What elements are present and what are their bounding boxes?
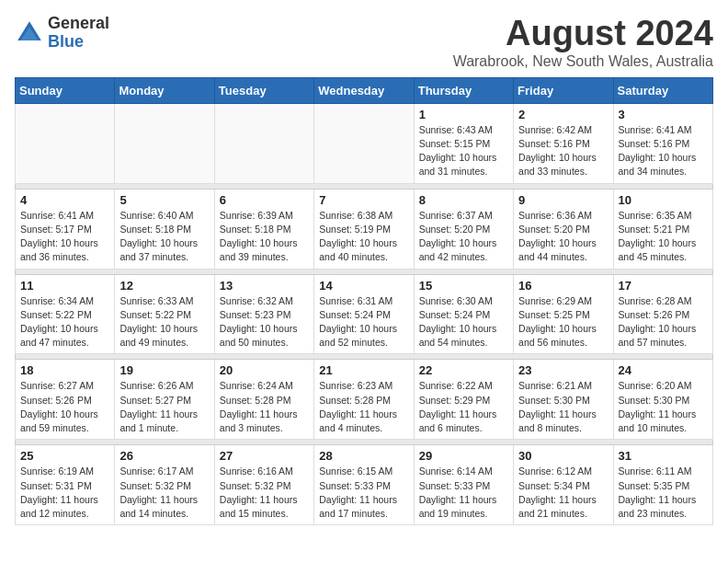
day-number: 30 xyxy=(518,449,608,463)
day-number: 7 xyxy=(319,193,408,207)
calendar-day-cell: 19Sunrise: 6:26 AM Sunset: 5:27 PM Dayli… xyxy=(115,360,214,440)
day-info: Sunrise: 6:42 AM Sunset: 5:16 PM Dayligh… xyxy=(518,123,608,179)
calendar-table: SundayMondayTuesdayWednesdayThursdayFrid… xyxy=(15,77,713,525)
calendar-week-row: 18Sunrise: 6:27 AM Sunset: 5:26 PM Dayli… xyxy=(16,360,713,440)
day-number: 2 xyxy=(518,108,608,121)
day-info: Sunrise: 6:33 AM Sunset: 5:22 PM Dayligh… xyxy=(119,294,209,350)
logo: General Blue xyxy=(15,15,109,52)
day-number: 19 xyxy=(119,363,209,377)
day-info: Sunrise: 6:27 AM Sunset: 5:26 PM Dayligh… xyxy=(20,379,109,435)
calendar-day-cell: 24Sunrise: 6:20 AM Sunset: 5:30 PM Dayli… xyxy=(613,360,712,440)
day-number: 27 xyxy=(220,449,309,463)
weekday-header-tuesday: Tuesday xyxy=(214,77,313,103)
day-info: Sunrise: 6:38 AM Sunset: 5:19 PM Dayligh… xyxy=(319,209,408,265)
calendar-day-cell xyxy=(214,103,313,183)
day-number: 22 xyxy=(419,363,508,377)
weekday-header-sunday: Sunday xyxy=(16,77,115,103)
calendar-week-row: 4Sunrise: 6:41 AM Sunset: 5:17 PM Daylig… xyxy=(16,189,713,269)
day-info: Sunrise: 6:15 AM Sunset: 5:33 PM Dayligh… xyxy=(319,465,408,521)
calendar-day-cell: 30Sunrise: 6:12 AM Sunset: 5:34 PM Dayli… xyxy=(514,445,613,525)
day-info: Sunrise: 6:34 AM Sunset: 5:22 PM Dayligh… xyxy=(20,294,109,350)
day-number: 13 xyxy=(220,279,309,293)
day-number: 14 xyxy=(319,279,408,293)
weekday-header-friday: Friday xyxy=(514,77,613,103)
calendar-day-cell: 23Sunrise: 6:21 AM Sunset: 5:30 PM Dayli… xyxy=(514,360,613,440)
calendar-day-cell xyxy=(115,103,214,183)
day-info: Sunrise: 6:37 AM Sunset: 5:20 PM Dayligh… xyxy=(419,209,508,265)
calendar-day-cell: 27Sunrise: 6:16 AM Sunset: 5:32 PM Dayli… xyxy=(214,445,313,525)
day-number: 1 xyxy=(419,108,508,121)
day-number: 31 xyxy=(619,449,708,463)
day-number: 3 xyxy=(619,108,708,121)
calendar-day-cell: 26Sunrise: 6:17 AM Sunset: 5:32 PM Dayli… xyxy=(115,445,214,525)
weekday-header-wednesday: Wednesday xyxy=(314,77,414,103)
calendar-day-cell: 21Sunrise: 6:23 AM Sunset: 5:28 PM Dayli… xyxy=(314,360,414,440)
logo-general-text: General xyxy=(48,15,109,33)
logo-text: General Blue xyxy=(48,15,109,52)
day-number: 20 xyxy=(220,363,309,377)
day-number: 11 xyxy=(20,279,109,293)
calendar-day-cell: 11Sunrise: 6:34 AM Sunset: 5:22 PM Dayli… xyxy=(16,274,115,354)
day-number: 17 xyxy=(619,279,708,293)
calendar-day-cell: 28Sunrise: 6:15 AM Sunset: 5:33 PM Dayli… xyxy=(314,445,414,525)
day-number: 5 xyxy=(119,193,209,207)
calendar-day-cell xyxy=(16,103,115,183)
day-number: 28 xyxy=(319,449,408,463)
calendar-day-cell: 25Sunrise: 6:19 AM Sunset: 5:31 PM Dayli… xyxy=(16,445,115,525)
day-info: Sunrise: 6:41 AM Sunset: 5:16 PM Dayligh… xyxy=(619,123,708,179)
calendar-day-cell: 29Sunrise: 6:14 AM Sunset: 5:33 PM Dayli… xyxy=(414,445,513,525)
calendar-day-cell: 16Sunrise: 6:29 AM Sunset: 5:25 PM Dayli… xyxy=(514,274,613,354)
logo-icon xyxy=(15,18,44,48)
day-info: Sunrise: 6:23 AM Sunset: 5:28 PM Dayligh… xyxy=(319,379,408,435)
calendar-week-row: 25Sunrise: 6:19 AM Sunset: 5:31 PM Dayli… xyxy=(16,445,713,525)
day-info: Sunrise: 6:31 AM Sunset: 5:24 PM Dayligh… xyxy=(319,294,408,350)
day-info: Sunrise: 6:17 AM Sunset: 5:32 PM Dayligh… xyxy=(119,465,209,521)
day-number: 15 xyxy=(419,279,508,293)
calendar-day-cell: 22Sunrise: 6:22 AM Sunset: 5:29 PM Dayli… xyxy=(414,360,513,440)
day-number: 16 xyxy=(518,279,608,293)
calendar-day-cell: 17Sunrise: 6:28 AM Sunset: 5:26 PM Dayli… xyxy=(613,274,712,354)
day-info: Sunrise: 6:36 AM Sunset: 5:20 PM Dayligh… xyxy=(518,209,608,265)
calendar-day-cell: 6Sunrise: 6:39 AM Sunset: 5:18 PM Daylig… xyxy=(214,189,313,269)
day-info: Sunrise: 6:35 AM Sunset: 5:21 PM Dayligh… xyxy=(619,209,708,265)
day-number: 21 xyxy=(319,363,408,377)
day-info: Sunrise: 6:20 AM Sunset: 5:30 PM Dayligh… xyxy=(619,379,708,435)
calendar-day-cell: 10Sunrise: 6:35 AM Sunset: 5:21 PM Dayli… xyxy=(613,189,712,269)
calendar-week-row: 11Sunrise: 6:34 AM Sunset: 5:22 PM Dayli… xyxy=(16,274,713,354)
day-info: Sunrise: 6:19 AM Sunset: 5:31 PM Dayligh… xyxy=(20,465,109,521)
calendar-day-cell: 13Sunrise: 6:32 AM Sunset: 5:23 PM Dayli… xyxy=(214,274,313,354)
day-number: 8 xyxy=(419,193,508,207)
page-header: General Blue August 2024 Warabrook, New … xyxy=(15,15,713,70)
day-number: 9 xyxy=(518,193,608,207)
day-info: Sunrise: 6:11 AM Sunset: 5:35 PM Dayligh… xyxy=(619,465,708,521)
calendar-day-cell: 31Sunrise: 6:11 AM Sunset: 5:35 PM Dayli… xyxy=(613,445,712,525)
day-number: 6 xyxy=(220,193,309,207)
calendar-day-cell: 3Sunrise: 6:41 AM Sunset: 5:16 PM Daylig… xyxy=(613,103,712,183)
day-info: Sunrise: 6:12 AM Sunset: 5:34 PM Dayligh… xyxy=(518,465,608,521)
day-number: 12 xyxy=(119,279,209,293)
month-year-title: August 2024 xyxy=(453,15,713,53)
weekday-header-row: SundayMondayTuesdayWednesdayThursdayFrid… xyxy=(16,77,713,103)
calendar-day-cell: 9Sunrise: 6:36 AM Sunset: 5:20 PM Daylig… xyxy=(514,189,613,269)
day-info: Sunrise: 6:22 AM Sunset: 5:29 PM Dayligh… xyxy=(419,379,508,435)
calendar-day-cell: 2Sunrise: 6:42 AM Sunset: 5:16 PM Daylig… xyxy=(514,103,613,183)
calendar-day-cell: 18Sunrise: 6:27 AM Sunset: 5:26 PM Dayli… xyxy=(16,360,115,440)
calendar-day-cell xyxy=(314,103,414,183)
weekday-header-thursday: Thursday xyxy=(414,77,513,103)
day-number: 4 xyxy=(20,193,109,207)
day-info: Sunrise: 6:28 AM Sunset: 5:26 PM Dayligh… xyxy=(619,294,708,350)
day-info: Sunrise: 6:40 AM Sunset: 5:18 PM Dayligh… xyxy=(119,209,209,265)
calendar-week-row: 1Sunrise: 6:43 AM Sunset: 5:15 PM Daylig… xyxy=(16,103,713,183)
calendar-day-cell: 15Sunrise: 6:30 AM Sunset: 5:24 PM Dayli… xyxy=(414,274,513,354)
day-info: Sunrise: 6:16 AM Sunset: 5:32 PM Dayligh… xyxy=(220,465,309,521)
calendar-day-cell: 14Sunrise: 6:31 AM Sunset: 5:24 PM Dayli… xyxy=(314,274,414,354)
calendar-day-cell: 8Sunrise: 6:37 AM Sunset: 5:20 PM Daylig… xyxy=(414,189,513,269)
day-number: 24 xyxy=(619,363,708,377)
calendar-day-cell: 5Sunrise: 6:40 AM Sunset: 5:18 PM Daylig… xyxy=(115,189,214,269)
day-number: 23 xyxy=(518,363,608,377)
day-info: Sunrise: 6:43 AM Sunset: 5:15 PM Dayligh… xyxy=(419,123,508,179)
location-subtitle: Warabrook, New South Wales, Australia xyxy=(453,53,713,70)
logo-blue-text: Blue xyxy=(48,33,109,52)
calendar-day-cell: 4Sunrise: 6:41 AM Sunset: 5:17 PM Daylig… xyxy=(16,189,115,269)
calendar-day-cell: 20Sunrise: 6:24 AM Sunset: 5:28 PM Dayli… xyxy=(214,360,313,440)
